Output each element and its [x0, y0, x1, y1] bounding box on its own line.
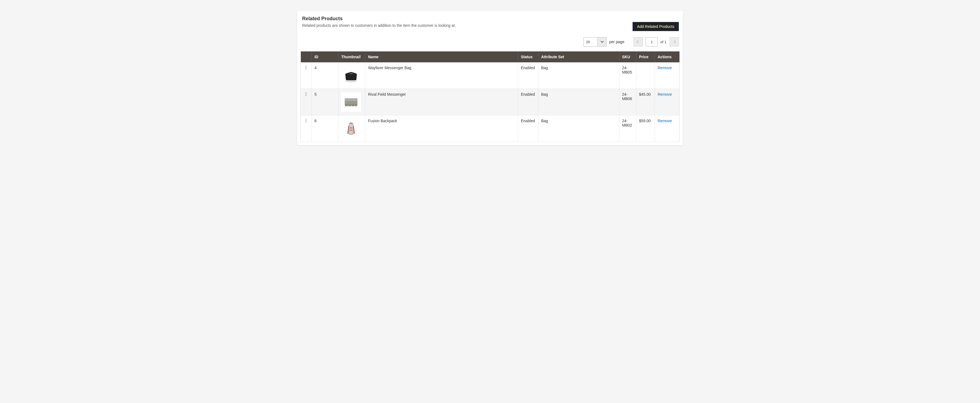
drag-handle-icon[interactable] — [305, 92, 308, 96]
cell-id: 4 — [312, 62, 339, 89]
related-products-panel: Related Products Related products are sh… — [297, 11, 683, 145]
panel-subtitle: Related products are shown to customers … — [302, 23, 456, 28]
cell-attribute-set: Bag — [538, 89, 619, 115]
cell-status: Enabled — [518, 62, 538, 89]
page-size-control: per page — [584, 37, 631, 46]
drag-handle-cell — [301, 89, 312, 115]
drag-handle-icon[interactable] — [305, 119, 308, 123]
cell-status: Enabled — [518, 115, 538, 142]
remove-link[interactable]: Remove — [658, 65, 672, 70]
product-thumbnail — [341, 92, 361, 112]
col-header-attribute-set: Attribute Set — [538, 51, 619, 62]
pager: of 1 — [633, 37, 679, 46]
related-products-grid: ID Thumbnail Name Status Attribute Set S… — [301, 51, 679, 142]
table-row: 5Rival Field MessengerEnabledBag24-MB06$… — [301, 89, 679, 115]
cell-attribute-set: Bag — [538, 62, 619, 89]
col-header-thumbnail: Thumbnail — [339, 51, 365, 62]
cell-price: $45.00 — [636, 89, 655, 115]
drag-handle-icon[interactable] — [305, 65, 308, 69]
pager-prev-button[interactable] — [633, 37, 643, 46]
add-related-products-button[interactable]: Add Related Products — [632, 22, 679, 31]
cell-actions: Remove — [655, 62, 679, 89]
cell-name: Wayfarer Messenger Bag — [365, 62, 518, 89]
col-header-sku: SKU — [619, 51, 636, 62]
pager-next-button[interactable] — [670, 37, 679, 46]
cell-id: 6 — [312, 115, 339, 142]
remove-link[interactable]: Remove — [658, 119, 672, 123]
col-header-price: Price — [636, 51, 655, 62]
panel-title: Related Products — [302, 16, 456, 22]
cell-sku: 24-MB06 — [619, 89, 636, 115]
page-size-dropdown-button[interactable] — [598, 37, 606, 46]
product-thumbnail — [341, 119, 361, 139]
grid-controls: per page of 1 — [301, 37, 679, 51]
cell-actions: Remove — [655, 115, 679, 142]
col-header-id: ID — [312, 51, 339, 62]
cell-price: $59.00 — [636, 115, 655, 142]
cell-status: Enabled — [518, 89, 538, 115]
pager-page-input[interactable] — [646, 37, 658, 46]
col-header-handle — [301, 51, 312, 62]
chevron-left-icon — [637, 40, 640, 43]
col-header-name: Name — [365, 51, 518, 62]
cell-thumbnail — [339, 62, 365, 89]
chevron-down-icon — [600, 40, 603, 43]
cell-sku: 24-MB02 — [619, 115, 636, 142]
cell-actions: Remove — [655, 89, 679, 115]
per-page-label: per page — [609, 40, 624, 44]
page-size-input[interactable] — [584, 37, 598, 46]
pager-of-label: of 1 — [660, 40, 667, 44]
cell-id: 5 — [312, 89, 339, 115]
table-row: 4Wayfarer Messenger BagEnabledBag24-MB05… — [301, 62, 679, 89]
table-row: 6Fusion BackpackEnabledBag24-MB02$59.00R… — [301, 115, 679, 142]
product-thumbnail — [341, 65, 361, 85]
cell-name: Fusion Backpack — [365, 115, 518, 142]
cell-thumbnail — [339, 89, 365, 115]
cell-price — [636, 62, 655, 89]
cell-attribute-set: Bag — [538, 115, 619, 142]
drag-handle-cell — [301, 115, 312, 142]
col-header-status: Status — [518, 51, 538, 62]
grid-header-row: ID Thumbnail Name Status Attribute Set S… — [301, 51, 679, 62]
cell-name: Rival Field Messenger — [365, 89, 518, 115]
cell-thumbnail — [339, 115, 365, 142]
col-header-actions: Actions — [655, 51, 679, 62]
chevron-right-icon — [673, 40, 676, 43]
cell-sku: 24-MB05 — [619, 62, 636, 89]
panel-header: Related Products Related products are sh… — [301, 16, 679, 37]
drag-handle-cell — [301, 62, 312, 89]
remove-link[interactable]: Remove — [658, 92, 672, 97]
